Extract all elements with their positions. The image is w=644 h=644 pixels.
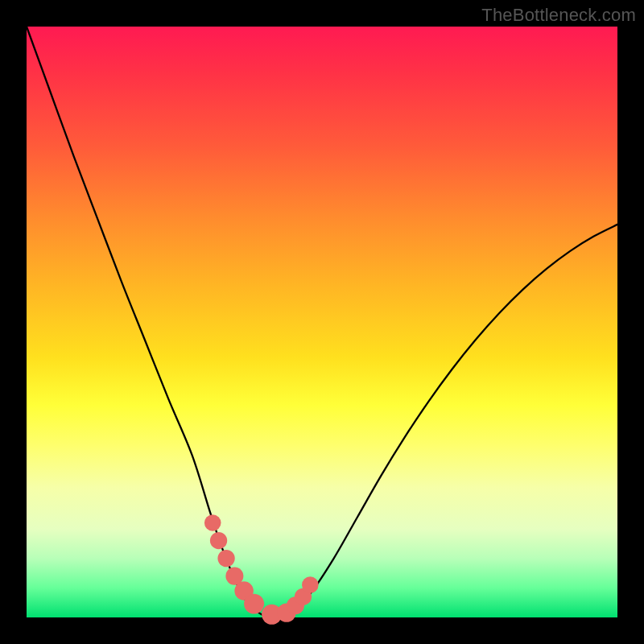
highlight-marker	[204, 514, 221, 531]
highlight-marker	[244, 594, 264, 614]
bottleneck-curve	[27, 27, 617, 618]
curve-svg	[27, 27, 617, 617]
highlight-marker	[210, 532, 227, 549]
highlight-marker	[217, 550, 234, 567]
chart-stage: TheBottleneck.com	[0, 0, 644, 644]
plot-area	[27, 27, 617, 617]
highlight-marker	[302, 576, 319, 593]
watermark-text: TheBottleneck.com	[481, 5, 636, 26]
marker-group	[204, 514, 319, 625]
